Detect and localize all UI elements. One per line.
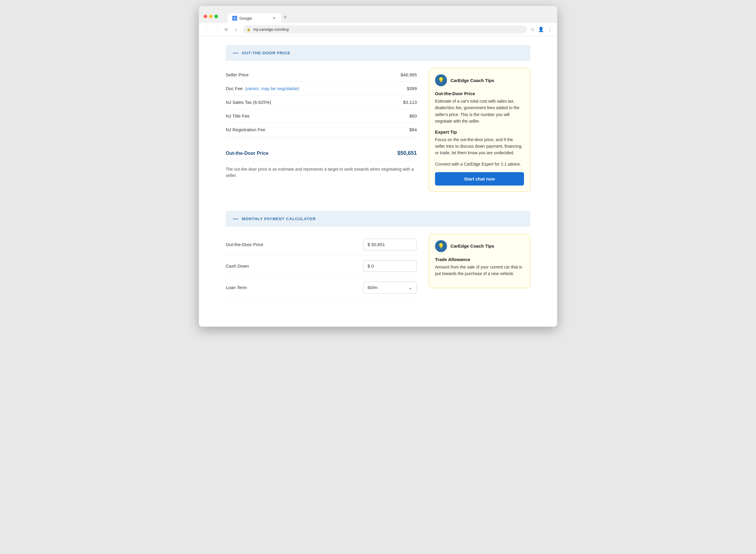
- out-the-door-section: — OUT-THE-DOOR PRICE Seller Price $46,99…: [226, 45, 530, 199]
- monthly-payment-main: Out-the-Door Price $ 50,651 Cash Down $ …: [226, 234, 417, 298]
- menu-icon[interactable]: ⋮: [548, 26, 552, 32]
- registration-fee-amount: $84: [409, 127, 417, 132]
- browser-content: — OUT-THE-DOOR PRICE Seller Price $46,99…: [199, 36, 557, 327]
- otd-price-field-row: Out-the-Door Price $ 50,651: [226, 234, 417, 256]
- forward-button[interactable]: →: [213, 26, 220, 33]
- home-button[interactable]: ⌂: [232, 26, 240, 33]
- doc-fee-row: Doc Fee (varies; may be negotiable) $399: [226, 82, 417, 96]
- tips-title: CarEdge Coach Tips: [451, 78, 494, 83]
- browser-tab[interactable]: G Google ✕: [228, 13, 281, 23]
- registration-fee-row: NJ Registration Fee $84: [226, 123, 417, 136]
- tips-card-2: 💡 CarEdge Coach Tips Trade Allowance Amo…: [429, 234, 530, 288]
- total-row: Out-the-Door Price $50,651: [226, 144, 417, 161]
- out-the-door-header: — OUT-THE-DOOR PRICE: [226, 45, 530, 61]
- footer-note: The out-the-door price is an estimate an…: [226, 166, 417, 179]
- page-content: — OUT-THE-DOOR PRICE Seller Price $46,99…: [214, 36, 542, 327]
- profile-icon[interactable]: 👤: [538, 26, 544, 32]
- out-the-door-main: Seller Price $46,995 Doc Fee (varies; ma…: [226, 68, 417, 192]
- coach-icon: 💡: [435, 74, 447, 86]
- tips-section2-text: Focus on the out-the-door price, and if …: [435, 136, 524, 156]
- monthly-payment-title: MONTHLY PAYMENT CALCULATOR: [242, 217, 316, 221]
- out-the-door-body: Seller Price $46,995 Doc Fee (varies; ma…: [226, 61, 530, 199]
- otd-price-input[interactable]: $ 50,651: [363, 239, 417, 250]
- sales-tax-row: NJ Sales Tax (6.625%) $3,113: [226, 96, 417, 109]
- doc-fee-amount: $399: [407, 86, 417, 91]
- cash-down-input[interactable]: $ 0: [363, 260, 417, 272]
- tab-title: Google: [240, 16, 252, 20]
- maximize-button[interactable]: [214, 15, 218, 18]
- url-bar[interactable]: 🔒 my.caredge.com/buy: [243, 25, 527, 34]
- url-text: my.caredge.com/buy: [253, 27, 289, 32]
- collapse-icon[interactable]: —: [233, 50, 238, 56]
- tab-close-icon[interactable]: ✕: [272, 16, 276, 20]
- title-fee-row: NJ Title Fee $60: [226, 109, 417, 123]
- seller-price-amount: $46,995: [401, 72, 417, 77]
- tips-section1-title: Out-the-Door Price: [435, 91, 524, 96]
- monthly-payment-section: — MONTHLY PAYMENT CALCULATOR Out-the-Doo…: [226, 211, 530, 306]
- cash-down-value: $ 0: [367, 264, 374, 269]
- collapse-icon-2[interactable]: —: [233, 216, 238, 222]
- otd-price-field-label: Out-the-Door Price: [226, 242, 263, 247]
- new-tab-button[interactable]: +: [281, 12, 289, 23]
- loan-term-select[interactable]: 60/m ⌄: [363, 282, 417, 293]
- total-label: Out-the-Door Price: [226, 151, 268, 156]
- monthly-payment-header: — MONTHLY PAYMENT CALCULATOR: [226, 211, 530, 227]
- back-button[interactable]: ←: [204, 26, 211, 33]
- tips-card: 💡 CarEdge Coach Tips Out-the-Door Price …: [429, 68, 530, 192]
- tab-favicon: G: [232, 16, 237, 20]
- browser-window: G Google ✕ + ← → ↻ ⌂ 🔒 my.caredge.com/bu…: [199, 6, 557, 327]
- doc-fee-negotiable: (varies; may be negotiable): [245, 86, 299, 91]
- chevron-down-icon: ⌄: [408, 285, 412, 290]
- monthly-payment-body: Out-the-Door Price $ 50,651 Cash Down $ …: [226, 227, 530, 306]
- out-the-door-title: OUT-THE-DOOR PRICE: [242, 51, 290, 55]
- sales-tax-label: NJ Sales Tax (6.625%): [226, 100, 271, 105]
- title-fee-amount: $60: [409, 113, 417, 118]
- coach-icon-2: 💡: [435, 240, 447, 252]
- cash-down-field-row: Cash Down $ 0: [226, 256, 417, 277]
- seller-price-label: Seller Price: [226, 72, 249, 77]
- tips-section2-title: Expert Tip: [435, 129, 524, 134]
- tips-section1-text: Estimate of a car's total cost with sale…: [435, 98, 524, 125]
- minimize-button[interactable]: [209, 15, 213, 18]
- traffic-lights: [204, 15, 218, 18]
- bookmark-icon[interactable]: ☆: [530, 26, 535, 32]
- browser-chrome: G Google ✕ + ← → ↻ ⌂ 🔒 my.caredge.com/bu…: [199, 6, 557, 36]
- refresh-button[interactable]: ↻: [223, 26, 230, 33]
- otd-price-value: $ 50,651: [367, 242, 385, 247]
- close-button[interactable]: [204, 15, 207, 18]
- address-bar-right: ☆ 👤 ⋮: [530, 26, 552, 32]
- loan-term-field-label: Loan Term: [226, 285, 247, 290]
- tips-header-2: 💡 CarEdge Coach Tips: [435, 240, 524, 252]
- address-bar: ← → ↻ ⌂ 🔒 my.caredge.com/buy ☆ 👤 ⋮: [199, 23, 557, 36]
- nav-buttons: ← → ↻ ⌂: [204, 26, 240, 33]
- lock-icon: 🔒: [247, 27, 251, 31]
- loan-term-value: 60/m: [367, 285, 377, 290]
- tips-header: 💡 CarEdge Coach Tips: [435, 74, 524, 86]
- cash-down-field-label: Cash Down: [226, 264, 249, 269]
- doc-fee-label: Doc Fee (varies; may be negotiable): [226, 86, 299, 91]
- loan-term-field-row: Loan Term 60/m ⌄: [226, 277, 417, 298]
- trade-allowance-title: Trade Allowance: [435, 257, 524, 262]
- out-the-door-tips: 💡 CarEdge Coach Tips Out-the-Door Price …: [429, 68, 530, 192]
- total-divider: [226, 138, 417, 138]
- tips-title-2: CarEdge Coach Tips: [451, 243, 494, 248]
- title-fee-label: NJ Title Fee: [226, 113, 250, 118]
- tips-connect-text: Connect with a CarEdge Expert for 1:1 ad…: [435, 161, 524, 167]
- seller-price-row: Seller Price $46,995: [226, 68, 417, 82]
- total-amount: $50,651: [397, 150, 417, 156]
- registration-fee-label: NJ Registration Fee: [226, 127, 265, 132]
- sales-tax-amount: $3,113: [403, 100, 417, 105]
- title-bar: G Google ✕ +: [199, 6, 557, 23]
- trade-allowance-text: Amount from the sale of your current car…: [435, 264, 524, 277]
- monthly-payment-tips: 💡 CarEdge Coach Tips Trade Allowance Amo…: [429, 234, 530, 298]
- tab-bar: G Google ✕ +: [223, 12, 294, 23]
- start-chat-button[interactable]: Start chat now: [435, 172, 524, 185]
